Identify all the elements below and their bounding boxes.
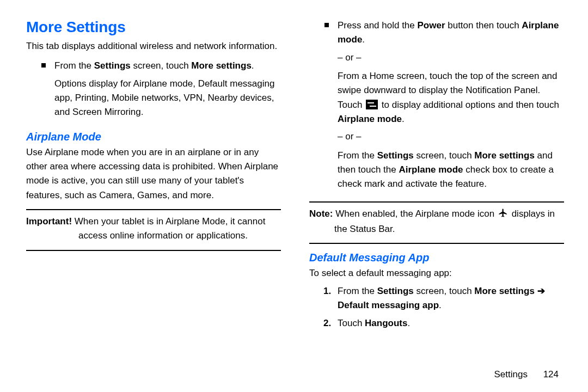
divider — [309, 201, 564, 203]
manual-page: More Settings This tab displays addition… — [0, 0, 588, 392]
heading-default-messaging-app: Default Messaging App — [309, 252, 564, 264]
dma-intro: To select a default messaging app: — [309, 266, 564, 280]
step-2: 2. Touch Hangouts. — [323, 316, 564, 330]
instruction-bullet: Press and hold the Power button then tou… — [324, 19, 564, 195]
notification-panel-text: From a Home screen, touch the top of the… — [338, 69, 564, 126]
or-separator: – or – — [338, 51, 564, 65]
page-footer: Settings 124 — [494, 369, 559, 380]
divider — [26, 250, 281, 251]
note-text-b: displays in — [509, 209, 555, 219]
important-text-line1: When your tablet is in Airplane Mode, it… — [72, 216, 265, 226]
important-note: Important! When your tablet is in Airpla… — [26, 215, 281, 243]
note-text-a: When enabled, the Airplane mode icon — [333, 209, 497, 219]
bullet-sub-line: Options display for Airplane mode, Defau… — [54, 77, 281, 120]
note-text-c: the Status Bar. — [334, 222, 564, 236]
airplane-mode-description: Use Airplane mode when you are in an air… — [26, 145, 281, 203]
step-2-text: Touch Hangouts. — [338, 316, 564, 330]
right-column: Press and hold the Power button then tou… — [295, 19, 564, 381]
important-text-line2: access online information or application… — [78, 229, 281, 243]
step-number: 2. — [323, 316, 338, 330]
bullet-main-line: From the Settings screen, touch More set… — [54, 59, 281, 73]
left-column: More Settings This tab displays addition… — [26, 19, 295, 381]
heading-more-settings: More Settings — [26, 19, 281, 36]
settings-checkbox-text: From the Settings screen, touch More set… — [338, 149, 564, 192]
note-label: Note: — [309, 209, 333, 219]
important-label: Important! — [26, 216, 72, 226]
footer-section: Settings — [494, 369, 527, 379]
heading-airplane-mode: Airplane Mode — [26, 131, 281, 143]
press-hold-power-text: Press and hold the Power button then tou… — [338, 19, 564, 47]
step-1-text: From the Settings screen, touch More set… — [338, 284, 564, 313]
square-bullet-icon — [324, 23, 329, 27]
steps-list: 1. From the Settings screen, touch More … — [323, 284, 564, 330]
divider — [26, 209, 281, 210]
page-number: 124 — [543, 369, 559, 379]
or-separator: – or – — [338, 130, 564, 144]
divider — [309, 243, 564, 244]
intro-text: This tab displays additional wireless an… — [26, 39, 281, 53]
airplane-icon — [498, 208, 508, 222]
quick-settings-icon — [366, 100, 378, 109]
square-bullet-icon — [41, 63, 46, 68]
step-number: 1. — [323, 284, 338, 313]
airplane-note: Note: When enabled, the Airplane mode ic… — [309, 207, 564, 237]
instruction-bullet: From the Settings screen, touch More set… — [41, 59, 281, 122]
step-1: 1. From the Settings screen, touch More … — [323, 284, 564, 313]
